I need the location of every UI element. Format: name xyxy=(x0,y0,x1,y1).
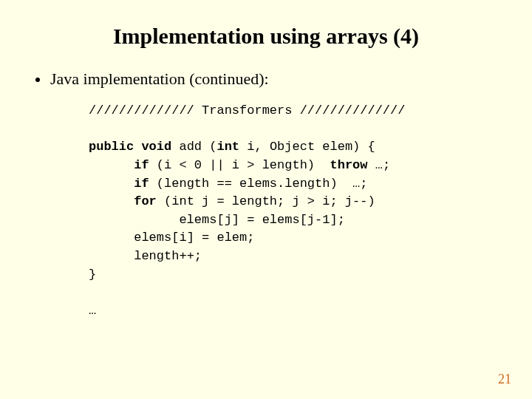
page-number: 21 xyxy=(498,372,511,387)
close-brace: } xyxy=(89,267,96,282)
bullet-text: Java implementation (continued): xyxy=(50,69,269,89)
trailing-ellipsis: … xyxy=(89,304,96,318)
comment-slashes-right: ////////////// xyxy=(300,103,406,117)
kw-void: void xyxy=(141,140,171,154)
for-body: elems[j] = elems[j-1]; xyxy=(179,213,344,227)
param-i: i xyxy=(247,140,254,154)
kw-public: public xyxy=(89,140,134,154)
kw-int: int xyxy=(216,140,239,154)
comment-slashes-left: ////////////// xyxy=(89,103,194,117)
cond-1: (i < 0 || i > length) xyxy=(157,158,315,172)
bullet-item: Java implementation (continued): xyxy=(35,69,497,89)
bullet-dot-icon xyxy=(35,78,40,82)
cond-2: (length == elems.length) xyxy=(157,177,338,191)
comment-label: Transformers xyxy=(202,103,292,117)
kw-if-1: if xyxy=(134,158,149,172)
kw-throw: throw xyxy=(330,158,367,172)
for-head: (int j = length; j > i; j--) xyxy=(164,194,375,208)
kw-if-2: if xyxy=(134,177,149,191)
code-block: ////////////// Transformers ////////////… xyxy=(89,102,497,321)
param-obj: elem xyxy=(322,140,352,154)
assign-1: elems[i] = elem; xyxy=(134,231,254,245)
ellipsis-2: …; xyxy=(352,177,367,191)
slide: Implementation using arrays (4) Java imp… xyxy=(0,0,532,399)
ellipsis-1: …; xyxy=(375,158,390,172)
assign-2: length++; xyxy=(134,249,202,263)
open-brace: { xyxy=(368,140,375,154)
slide-title: Implementation using arrays (4) xyxy=(35,24,497,49)
param-obj-type: Object xyxy=(270,140,315,154)
fn-name: add xyxy=(179,140,202,154)
kw-for: for xyxy=(134,194,157,208)
